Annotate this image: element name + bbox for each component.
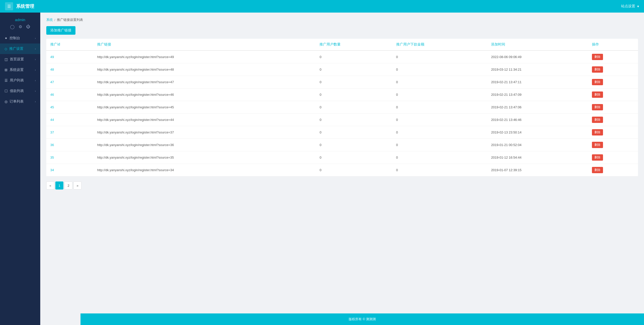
- promo-id-link[interactable]: 34: [50, 168, 54, 172]
- breadcrumb: 系统 / 推广链接设置列表: [46, 18, 638, 22]
- cell-users: 0: [315, 88, 392, 101]
- sidebar-item-home[interactable]: ◫ 首页设置 ›: [0, 54, 40, 65]
- cell-action: 删除: [588, 126, 638, 139]
- col-header-id: 推广id: [46, 39, 93, 51]
- table-row: 46 http://dk.yanyanshi.xyz/login/registe…: [46, 88, 638, 101]
- sidebar-item-loans[interactable]: ☐ 借款列表 ›: [0, 86, 40, 96]
- breadcrumb-home[interactable]: 系统: [46, 18, 53, 22]
- sidebar-item-dashboard[interactable]: ✦ 控制台 ›: [0, 33, 40, 43]
- delete-button[interactable]: 删除: [592, 66, 603, 73]
- promo-id-link[interactable]: 44: [50, 118, 54, 122]
- cell-id: 36: [46, 139, 93, 151]
- cell-amount: 0: [392, 63, 487, 76]
- cell-users: 0: [315, 139, 392, 151]
- pagination-prev[interactable]: «: [46, 181, 54, 190]
- cell-link: http://dk.yanyanshi.xyz/login/register.h…: [93, 139, 316, 151]
- promo-icon: ◇: [5, 47, 7, 51]
- col-header-time: 添加时间: [487, 39, 588, 51]
- layout: admin ◯ ⚙ ⏻ ✦ 控制台 › ◇ 推广设置 ›: [0, 13, 644, 325]
- sidebar-user-icons: ◯ ⚙ ⏻: [0, 24, 40, 29]
- sidebar-item-orders[interactable]: ◎ 订单列表 ›: [0, 96, 40, 107]
- dropdown-arrow-icon: ▾: [637, 4, 639, 8]
- table-row: 48 http://dk.yanyanshi.xyz/login/registe…: [46, 63, 638, 76]
- dashboard-arrow-icon: ›: [35, 37, 36, 40]
- sidebar-item-system[interactable]: ⊞ 系统设置 ›: [0, 65, 40, 75]
- sidebar-label-users: 用户列表: [10, 78, 24, 83]
- delete-button[interactable]: 删除: [592, 154, 603, 161]
- users-icon: ☰: [5, 78, 8, 82]
- loans-arrow-icon: ›: [35, 90, 36, 92]
- table-row: 49 http://dk.yanyanshi.xyz/login/registe…: [46, 51, 638, 63]
- pagination-page-2[interactable]: 2: [64, 181, 72, 190]
- dashboard-icon: ✦: [5, 36, 8, 40]
- delete-button[interactable]: 删除: [592, 142, 603, 148]
- cell-action: 删除: [588, 139, 638, 151]
- loans-icon: ☐: [5, 89, 8, 93]
- sidebar-item-promo[interactable]: ◇ 推广设置 ›: [0, 43, 40, 54]
- delete-button[interactable]: 删除: [592, 167, 603, 173]
- cell-id: 37: [46, 126, 93, 139]
- cell-link: http://dk.yanyanshi.xyz/login/register.h…: [93, 51, 316, 63]
- settings-icon[interactable]: ⚙: [19, 24, 22, 29]
- table-row: 47 http://dk.yanyanshi.xyz/login/registe…: [46, 76, 638, 88]
- sidebar-label-home: 首页设置: [10, 57, 24, 62]
- cell-id: 44: [46, 114, 93, 126]
- delete-button[interactable]: 删除: [592, 79, 603, 85]
- delete-button[interactable]: 删除: [592, 104, 603, 110]
- hamburger-icon: ☰: [7, 4, 11, 9]
- cell-time: 2019-02-21 13:46:46: [487, 114, 588, 126]
- pagination-next[interactable]: »: [73, 181, 82, 190]
- hamburger-button[interactable]: ☰: [5, 2, 13, 10]
- table-header: 推广id 推广链接 推广用户数量 推广用户下款金额 添加时间 操作: [46, 39, 638, 51]
- col-header-link: 推广链接: [93, 39, 316, 51]
- delete-button[interactable]: 删除: [592, 54, 603, 60]
- footer-text: 版权所有 © 测测测: [349, 317, 376, 321]
- cell-link: http://dk.yanyanshi.xyz/login/register.h…: [93, 88, 316, 101]
- promo-id-link[interactable]: 48: [50, 68, 54, 71]
- sidebar-user-section: admin ◯ ⚙ ⏻: [0, 13, 40, 33]
- promo-id-link[interactable]: 49: [50, 55, 54, 59]
- logout-icon[interactable]: ⏻: [26, 24, 30, 29]
- table-row: 45 http://dk.yanyanshi.xyz/login/registe…: [46, 101, 638, 114]
- footer: 版权所有 © 测测测: [80, 313, 644, 325]
- cell-action: 删除: [588, 51, 638, 63]
- delete-button[interactable]: 删除: [592, 91, 603, 98]
- sidebar-username: admin: [0, 18, 40, 22]
- site-settings-label: 站点设置: [621, 4, 635, 9]
- add-promo-link-button[interactable]: 添加推广链接: [46, 26, 75, 35]
- breadcrumb-current: 推广链接设置列表: [57, 18, 83, 22]
- cell-id: 35: [46, 151, 93, 164]
- users-arrow-icon: ›: [35, 79, 36, 82]
- sidebar-label-loans: 借款列表: [10, 89, 24, 93]
- cell-time: 2019-01-21 00:52:04: [487, 139, 588, 151]
- cell-time: 2019-01-07 12:39:15: [487, 164, 588, 176]
- sidebar-nav: ✦ 控制台 › ◇ 推广设置 › ◫ 首页设置 ›: [0, 33, 40, 325]
- promo-id-link[interactable]: 45: [50, 105, 54, 109]
- pagination-page-1[interactable]: 1: [55, 181, 63, 190]
- profile-icon[interactable]: ◯: [10, 24, 15, 29]
- cell-users: 0: [315, 76, 392, 88]
- system-arrow-icon: ›: [35, 69, 36, 71]
- cell-action: 删除: [588, 101, 638, 114]
- delete-button[interactable]: 删除: [592, 129, 603, 135]
- content-body: 系统 / 推广链接设置列表 添加推广链接 推广id 推广链接 推广用户数量 推广…: [40, 13, 644, 313]
- cell-action: 删除: [588, 88, 638, 101]
- sidebar-item-users[interactable]: ☰ 用户列表 ›: [0, 75, 40, 86]
- promo-id-link[interactable]: 47: [50, 80, 54, 84]
- cell-id: 49: [46, 51, 93, 63]
- cell-time: 2019-02-21 13:47:09: [487, 88, 588, 101]
- cell-link: http://dk.yanyanshi.xyz/login/register.h…: [93, 114, 316, 126]
- delete-button[interactable]: 删除: [592, 117, 603, 123]
- promo-id-link[interactable]: 37: [50, 130, 54, 134]
- promo-id-link[interactable]: 35: [50, 156, 54, 159]
- promo-id-link[interactable]: 36: [50, 143, 54, 147]
- breadcrumb-separator: /: [54, 18, 55, 22]
- cell-amount: 0: [392, 76, 487, 88]
- cell-users: 0: [315, 126, 392, 139]
- col-header-amount: 推广用户下款金额: [392, 39, 487, 51]
- main-content: 系统 / 推广链接设置列表 添加推广链接 推广id 推广链接 推广用户数量 推广…: [40, 13, 644, 325]
- site-settings-menu[interactable]: 站点设置 ▾: [621, 4, 639, 9]
- promo-id-link[interactable]: 46: [50, 93, 54, 97]
- cell-amount: 0: [392, 88, 487, 101]
- home-icon: ◫: [5, 57, 8, 61]
